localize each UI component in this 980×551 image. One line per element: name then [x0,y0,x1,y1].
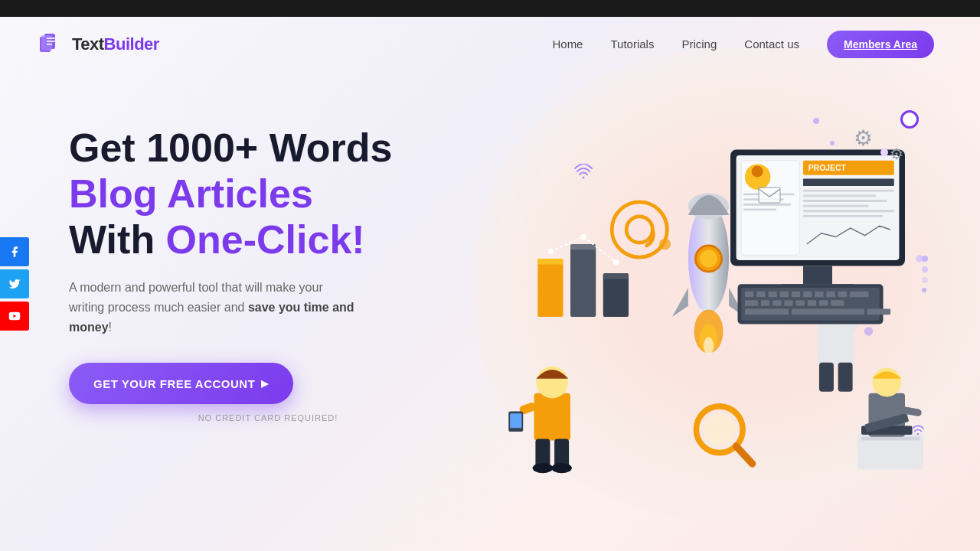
facebook-social-button[interactable] [0,237,29,266]
svg-rect-50 [534,393,571,441]
hero-section: Get 1000+ Words Blog Articles With One-C… [0,72,980,531]
svg-point-19 [580,234,586,240]
nav-pricing[interactable]: Pricing [681,37,717,51]
deco-dot-2 [830,141,835,145]
svg-point-76 [864,327,873,335]
deco-right-dots [922,256,934,292]
svg-rect-87 [826,292,835,298]
deco-dot-3 [880,148,888,156]
svg-rect-31 [803,266,832,285]
svg-rect-8 [759,187,780,203]
svg-rect-17 [603,273,629,279]
svg-rect-85 [803,292,812,298]
hero-title: Get 1000+ Words Blog Articles With One-C… [69,126,467,262]
cta-button-label: GET YOUR FREE ACCOUNT [93,377,255,390]
svg-rect-89 [850,292,869,298]
svg-rect-47 [803,205,869,207]
svg-rect-96 [819,300,828,306]
social-sidebar [0,237,29,331]
svg-rect-99 [792,309,864,315]
svg-point-28 [704,337,714,355]
page-wrapper: TextBuilder Home Tutorials Pricing Conta… [0,17,980,551]
svg-point-7 [583,177,585,179]
svg-rect-40 [743,208,776,210]
navigation: TextBuilder Home Tutorials Pricing Conta… [0,17,980,72]
svg-rect-95 [808,300,816,306]
logo[interactable]: TextBuilder [38,31,159,58]
logo-text: TextBuilder [72,34,159,54]
cta-arrow-icon: ▸ [261,375,269,392]
svg-point-11 [626,217,652,243]
nav-contact[interactable]: Contact us [744,37,799,51]
svg-rect-91 [761,300,769,306]
svg-point-9 [917,433,920,435]
svg-rect-82 [768,292,776,298]
deco-dot-1 [813,118,819,124]
envelope-icon [758,187,781,208]
svg-point-10 [612,202,667,257]
svg-rect-63 [819,363,834,392]
wifi-icon-top [574,164,593,184]
svg-point-20 [613,259,619,266]
svg-rect-86 [815,292,823,298]
members-area-button[interactable]: Members Area [827,31,934,58]
svg-rect-83 [780,292,789,298]
svg-rect-93 [784,300,792,306]
svg-point-18 [548,249,554,255]
svg-rect-2 [41,35,52,51]
hero-left: Get 1000+ Words Blog Articles With One-C… [69,103,467,422]
svg-rect-92 [773,300,781,306]
svg-rect-48 [803,210,894,212]
cta-button[interactable]: GET YOUR FREE ACCOUNT ▸ [69,363,293,404]
svg-rect-15 [570,244,596,250]
svg-rect-97 [831,300,844,306]
svg-rect-44 [803,190,894,192]
svg-rect-88 [838,292,847,298]
svg-point-75 [659,238,671,249]
hero-title-line3-purple: One-Click! [166,217,365,262]
youtube-social-button[interactable] [0,302,29,331]
main-illustration: PROJECT [498,103,934,531]
nav-links: Home Tutorials Pricing Contact us [552,37,799,51]
hero-illustration: ⚙ ⚙ [498,103,934,531]
nav-home[interactable]: Home [552,37,583,51]
svg-rect-13 [537,259,563,265]
hero-title-line3-start: With [69,217,166,262]
svg-rect-45 [803,194,876,197]
svg-rect-46 [803,200,887,202]
svg-point-58 [551,463,572,473]
svg-point-57 [533,463,554,473]
deco-circle-large [900,110,919,129]
svg-rect-12 [537,259,563,317]
hero-subtitle: A modern and powerful tool that will mak… [69,278,360,337]
top-bar [0,0,980,17]
hero-title-line2: Blog Articles [69,171,313,216]
twitter-social-button[interactable] [0,269,29,298]
svg-point-35 [752,165,763,177]
hero-title-line1: Get 1000+ Words [69,126,392,170]
svg-rect-36 [746,180,769,183]
svg-point-25 [700,250,717,268]
svg-rect-98 [745,309,789,315]
svg-rect-64 [838,363,853,392]
svg-rect-94 [796,300,805,306]
svg-rect-43 [803,179,894,187]
gear-icon-large: ⚙ [854,126,873,151]
svg-rect-14 [570,244,596,317]
no-credit-label: NO CREDIT CARD REQUIRED! [69,413,467,422]
svg-rect-100 [867,309,890,315]
svg-rect-54 [510,413,521,428]
wifi-icon-bottom [910,422,926,439]
gear-icon-small: ⚙ [890,145,903,163]
nav-tutorials[interactable]: Tutorials [610,37,654,51]
svg-rect-49 [803,215,884,217]
logo-icon [38,31,66,58]
svg-line-74 [737,446,753,464]
svg-rect-90 [745,300,758,306]
svg-rect-80 [745,292,753,298]
svg-point-73 [704,413,736,445]
svg-rect-84 [792,292,800,298]
svg-text:PROJECT: PROJECT [808,164,847,172]
svg-rect-16 [603,273,629,317]
svg-rect-81 [756,292,765,298]
